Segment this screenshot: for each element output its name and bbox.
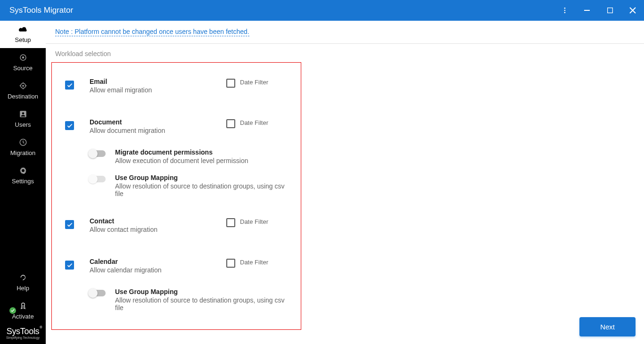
permissions-title: Migrate document permissions: [115, 148, 288, 156]
email-subtitle: Allow email migration: [90, 86, 226, 94]
gps-icon: [19, 82, 27, 90]
minimize-button[interactable]: [576, 0, 599, 21]
next-button[interactable]: Next: [579, 317, 636, 336]
activate-status-dot: [9, 307, 16, 314]
badge-icon: [19, 302, 27, 310]
sidebar-item-settings[interactable]: Settings: [0, 161, 46, 189]
brand-tagline: Simplifying Technology: [0, 336, 46, 339]
sidebar-item-activate[interactable]: Activate: [0, 296, 46, 325]
email-checkbox[interactable]: [65, 81, 74, 90]
email-title: Email: [90, 78, 226, 85]
document-sub-group-mapping: Use Group Mapping Allow resolution of so…: [65, 169, 288, 202]
maximize-button[interactable]: [599, 0, 621, 21]
email-date-filter-checkbox[interactable]: [226, 79, 235, 88]
sidebar-label: Setup: [15, 36, 31, 43]
svg-point-2: [564, 12, 566, 13]
contact-subtitle: Allow contact migration: [90, 226, 226, 233]
titlebar: SysTools Migrator: [0, 0, 644, 21]
cal-group-mapping-toggle[interactable]: [90, 290, 106, 296]
account-box-icon: [19, 110, 27, 118]
calendar-date-filter-label: Date Filter: [240, 259, 268, 266]
contact-checkbox[interactable]: [65, 220, 74, 229]
window-controls: [553, 0, 644, 21]
sidebar-item-users[interactable]: Users: [0, 105, 46, 133]
sidebar-item-destination[interactable]: Destination: [0, 76, 46, 105]
minimize-icon: [584, 7, 591, 14]
calendar-sub-group-mapping: Use Group Mapping Allow resolution of so…: [65, 283, 288, 316]
svg-rect-3: [584, 10, 590, 11]
calendar-checkbox[interactable]: [65, 261, 74, 270]
sidebar-label: Source: [13, 65, 33, 72]
sidebar-label: Activate: [12, 313, 33, 320]
target-icon: [19, 53, 27, 62]
svg-rect-4: [608, 8, 613, 13]
contact-title: Contact: [90, 217, 226, 225]
svg-point-10: [22, 112, 24, 115]
brand-name: SysTools®: [0, 327, 46, 336]
svg-point-6: [22, 57, 24, 59]
note-bar: Note : Platform cannot be changed once u…: [46, 21, 644, 43]
clock-icon: [19, 138, 27, 147]
gear-icon: [19, 166, 27, 175]
cal-group-mapping-desc: Allow resolution of source to destinatio…: [115, 296, 288, 311]
migrate-permissions-toggle[interactable]: [90, 150, 106, 157]
cloud-icon: [18, 26, 28, 33]
main-content: Note : Platform cannot be changed once u…: [46, 21, 644, 344]
contact-date-filter-label: Date Filter: [240, 218, 268, 225]
workload-row-document: Document Allow document migration Date F…: [65, 115, 288, 144]
sidebar-label: Settings: [12, 178, 34, 185]
sidebar-label: Help: [17, 285, 29, 292]
document-subtitle: Allow document migration: [90, 127, 226, 134]
cal-group-mapping-title: Use Group Mapping: [115, 288, 288, 295]
sidebar-label: Migration: [10, 149, 35, 156]
workload-row-contact: Contact Allow contact migration Date Fil…: [65, 213, 288, 243]
svg-point-12: [21, 303, 25, 306]
email-date-filter-label: Date Filter: [240, 79, 268, 86]
brand-footer: SysTools® Simplifying Technology: [0, 325, 46, 342]
calendar-title: Calendar: [90, 258, 226, 265]
close-icon: [629, 7, 636, 14]
workload-selection-box: Email Allow email migration Date Filter: [51, 62, 301, 330]
svg-point-8: [22, 85, 24, 87]
workload-row-calendar: Calendar Allow calendar migration Date F…: [65, 254, 288, 283]
sidebar-item-setup[interactable]: Setup: [0, 21, 46, 48]
more-button[interactable]: [553, 0, 576, 21]
svg-point-0: [564, 8, 566, 9]
section-label: Workload selection: [46, 44, 644, 62]
calendar-subtitle: Allow calendar migration: [90, 266, 226, 274]
sidebar-label: Users: [15, 121, 31, 128]
doc-group-mapping-title: Use Group Mapping: [115, 174, 288, 181]
document-date-filter-checkbox[interactable]: [226, 119, 235, 128]
app-title: SysTools Migrator: [9, 6, 73, 15]
contact-date-filter-checkbox[interactable]: [226, 218, 235, 227]
sidebar-item-source[interactable]: Source: [0, 48, 46, 76]
document-checkbox[interactable]: [65, 121, 74, 130]
document-date-filter-label: Date Filter: [240, 119, 268, 126]
svg-point-1: [564, 10, 566, 11]
permissions-desc: Allow execution of document level permis…: [115, 157, 288, 164]
doc-group-mapping-desc: Allow resolution of source to destinatio…: [115, 182, 288, 197]
more-vert-icon: [561, 7, 569, 14]
document-sub-permissions: Migrate document permissions Allow execu…: [65, 144, 288, 169]
question-icon: [19, 274, 27, 282]
sidebar-item-help[interactable]: Help: [0, 269, 46, 296]
document-title: Document: [90, 118, 226, 126]
maximize-icon: [607, 8, 613, 13]
note-text: Note : Platform cannot be changed once u…: [55, 28, 249, 36]
calendar-date-filter-checkbox[interactable]: [226, 259, 235, 268]
sidebar-item-migration[interactable]: Migration: [0, 133, 46, 161]
sidebar-label: Destination: [8, 93, 38, 100]
doc-group-mapping-toggle: [90, 176, 106, 182]
close-button[interactable]: [621, 0, 644, 21]
sidebar: Setup Source Destination Users Migration…: [0, 21, 46, 344]
workload-row-email: Email Allow email migration Date Filter: [65, 74, 288, 103]
